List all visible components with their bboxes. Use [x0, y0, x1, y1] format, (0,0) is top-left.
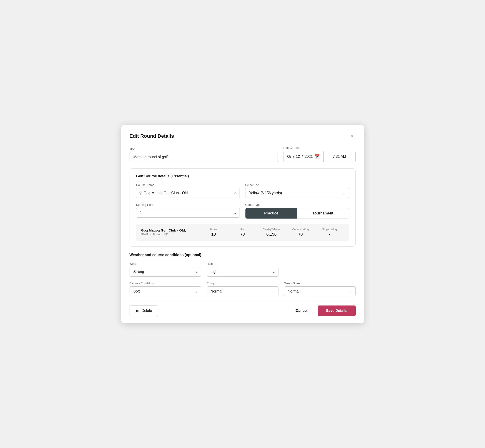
- yards-label: Yards(Yellow): [257, 228, 286, 231]
- delete-label: Delete: [142, 309, 152, 313]
- time-part[interactable]: 7:31 AM: [323, 151, 356, 162]
- green-speed-dropdown[interactable]: SlowNormalFastVery Fast: [284, 286, 356, 296]
- starting-hole-wrap: 1234 5678 910 ⌄: [136, 208, 240, 218]
- tournament-button[interactable]: Tournament: [297, 208, 349, 218]
- course-name-input[interactable]: [144, 188, 234, 198]
- slope-value: -: [315, 232, 344, 237]
- course-info-name: Gog Magog Golf Club - Old, Shelford Bott…: [141, 228, 199, 236]
- course-rating-value: 70: [286, 232, 315, 237]
- par-value: 70: [228, 232, 257, 237]
- date-field-group: Date & Time 05 / 12 / 2021 📅 7:31 AM: [283, 146, 356, 162]
- modal-header: Edit Round Details ×: [129, 132, 356, 140]
- wind-label: Wind: [129, 262, 201, 265]
- select-tee-wrap: Yellow (6,156 yards) White Red Blue ⌄: [245, 188, 349, 198]
- cancel-button[interactable]: Cancel: [291, 306, 312, 316]
- select-tee-dropdown[interactable]: Yellow (6,156 yards) White Red Blue: [245, 188, 349, 198]
- rough-select-wrap: SoftNormalHardWet ⌄: [207, 286, 278, 296]
- course-info-bar: Gog Magog Golf Club - Old, Shelford Bott…: [136, 224, 349, 241]
- rain-select-wrap: NoneLightModerateHeavy ⌄: [207, 267, 278, 277]
- slope-label: Slope rating: [315, 228, 344, 231]
- fairway-rough-green-row: Fairway Conditions SoftNormalHardWet ⌄ R…: [129, 282, 356, 296]
- holes-value: 18: [199, 232, 228, 237]
- wind-group: Wind NoneLightModerate StrongVery Strong…: [129, 262, 201, 277]
- clear-icon[interactable]: ✕: [234, 191, 237, 195]
- title-date-row: Title Date & Time 05 / 12 / 2021 📅 7:31 …: [129, 146, 356, 162]
- starting-hole-dropdown[interactable]: 1234 5678 910: [136, 208, 240, 218]
- game-type-label: Game Type: [245, 203, 349, 207]
- time-value: 7:31 AM: [333, 155, 346, 159]
- game-type-toggle: Practice Tournament: [245, 208, 349, 219]
- fairway-dropdown[interactable]: SoftNormalHardWet: [129, 286, 201, 296]
- rough-dropdown[interactable]: SoftNormalHardWet: [207, 286, 278, 296]
- course-name-label: Course Name: [136, 183, 240, 187]
- date-day: 12: [296, 155, 300, 159]
- calendar-icon: 📅: [315, 154, 320, 159]
- select-tee-label: Select Tee: [245, 183, 349, 187]
- golf-course-section: Golf Course details (Essential) Course N…: [129, 168, 356, 247]
- yards-value: 6,156: [257, 232, 286, 237]
- modal-title: Edit Round Details: [129, 133, 174, 139]
- yards-stat: Yards(Yellow) 6,156: [257, 228, 286, 237]
- date-year: 2021: [305, 155, 313, 159]
- fairway-group: Fairway Conditions SoftNormalHardWet ⌄: [129, 282, 201, 296]
- golf-course-title: Golf Course details (Essential): [136, 174, 349, 178]
- search-icon: ⚲: [139, 191, 142, 195]
- date-time-row: 05 / 12 / 2021 📅 7:31 AM: [283, 151, 356, 162]
- edit-round-modal: Edit Round Details × Title Date & Time 0…: [121, 125, 364, 323]
- fairway-select-wrap: SoftNormalHardWet ⌄: [129, 286, 201, 296]
- trash-icon: 🗑: [136, 309, 139, 313]
- rough-group: Rough SoftNormalHardWet ⌄: [207, 282, 278, 296]
- course-search-wrap: ⚲ ✕: [136, 188, 240, 198]
- rain-label: Rain: [207, 262, 278, 265]
- green-speed-group: Green Speed SlowNormalFastVery Fast ⌄: [284, 282, 356, 296]
- green-speed-select-wrap: SlowNormalFastVery Fast ⌄: [284, 286, 356, 296]
- holes-stat: Holes 18: [199, 228, 228, 237]
- title-input[interactable]: [129, 152, 278, 162]
- save-button[interactable]: Save Details: [318, 305, 356, 316]
- weather-section: Weather and course conditions (optional)…: [129, 253, 356, 296]
- date-month: 05: [287, 155, 291, 159]
- course-name-display: Gog Magog Golf Club - Old,: [141, 228, 199, 232]
- delete-button[interactable]: 🗑 Delete: [129, 305, 158, 316]
- modal-footer: 🗑 Delete Cancel Save Details: [129, 301, 356, 316]
- green-speed-label: Green Speed: [284, 282, 356, 285]
- starting-hole-gametype-row: Starting Hole 1234 5678 910 ⌄ Game Type …: [136, 203, 349, 219]
- game-type-group: Game Type Practice Tournament: [245, 203, 349, 219]
- slope-rating-stat: Slope rating -: [315, 228, 344, 237]
- par-label: Par: [228, 228, 257, 231]
- holes-label: Holes: [199, 228, 228, 231]
- wind-dropdown[interactable]: NoneLightModerate StrongVery Strong: [129, 267, 201, 277]
- par-stat: Par 70: [228, 228, 257, 237]
- course-location: Shelford Bottom, UK: [141, 233, 199, 236]
- close-button[interactable]: ×: [349, 132, 356, 140]
- title-field-group: Title: [129, 147, 278, 162]
- date-time-label: Date & Time: [283, 146, 356, 150]
- fairway-label: Fairway Conditions: [129, 282, 201, 285]
- rain-dropdown[interactable]: NoneLightModerateHeavy: [207, 267, 278, 277]
- starting-hole-group: Starting Hole 1234 5678 910 ⌄: [136, 203, 240, 219]
- course-rating-stat: Course rating 70: [286, 228, 315, 237]
- rain-group: Rain NoneLightModerateHeavy ⌄: [207, 262, 278, 277]
- footer-right: Cancel Save Details: [291, 305, 356, 316]
- course-rating-label: Course rating: [286, 228, 315, 231]
- wind-rain-row: Wind NoneLightModerate StrongVery Strong…: [129, 262, 356, 277]
- practice-button[interactable]: Practice: [245, 208, 297, 218]
- select-tee-group: Select Tee Yellow (6,156 yards) White Re…: [245, 183, 349, 198]
- title-label: Title: [129, 147, 278, 151]
- rough-label: Rough: [207, 282, 278, 285]
- date-sep1: /: [293, 155, 294, 159]
- starting-hole-label: Starting Hole: [136, 203, 240, 207]
- wind-select-wrap: NoneLightModerate StrongVery Strong ⌄: [129, 267, 201, 277]
- weather-title: Weather and course conditions (optional): [129, 253, 356, 257]
- date-part[interactable]: 05 / 12 / 2021 📅: [283, 151, 323, 162]
- date-sep2: /: [302, 155, 303, 159]
- course-name-tee-row: Course Name ⚲ ✕ Select Tee Yellow (6,156…: [136, 183, 349, 198]
- course-name-group: Course Name ⚲ ✕: [136, 183, 240, 198]
